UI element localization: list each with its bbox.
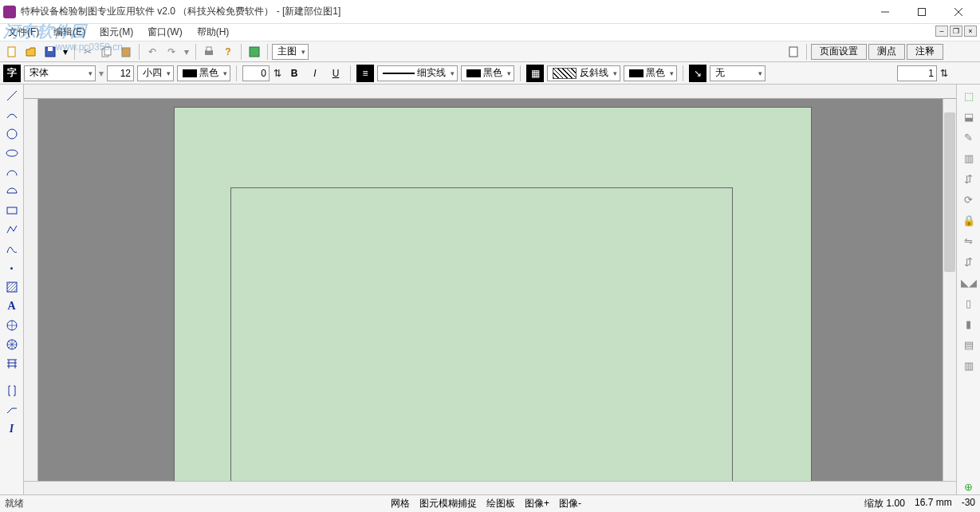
rotate-tool[interactable]: ⟳ — [960, 191, 978, 207]
minimize-button[interactable] — [867, 0, 903, 24]
app-icon — [3, 6, 16, 18]
right-toolbox: ⬚ ⬓ ✎ ▥ ⇵ ⟳ 🔒 ⇋ ⇵ ◣◢ ▯ ▮ ▤ ▥ ⊕ — [956, 85, 980, 494]
svg-rect-5 — [104, 47, 111, 55]
flip-h-tool[interactable]: ⇋ — [960, 233, 978, 249]
svg-rect-10 — [789, 47, 797, 57]
menu-edit[interactable]: 编辑(E) — [50, 24, 89, 41]
point-tool[interactable] — [3, 260, 21, 276]
redo-button[interactable]: ↷ — [163, 43, 180, 61]
menubar: 文件(F) 编辑(E) 图元(M) 窗口(W) 帮助(H) – ❐ × — [0, 24, 980, 41]
view-select[interactable]: 主图 — [272, 44, 309, 60]
leader-tool[interactable] — [3, 402, 21, 418]
paste-button[interactable] — [117, 43, 135, 61]
open-button[interactable] — [22, 43, 40, 61]
pattern-select[interactable]: 反斜线 — [547, 65, 620, 81]
ellipse-tool[interactable] — [3, 145, 21, 161]
copy-button[interactable] — [98, 43, 116, 61]
status-image-plus[interactable]: 图像+ — [525, 497, 549, 510]
semicircle-tool[interactable] — [3, 183, 21, 199]
pattern-color-select[interactable]: 黑色 — [624, 65, 677, 81]
dimension-tool[interactable] — [3, 317, 21, 333]
format-toolbar: 字 宋体 ▾ 小四 黑色 ⇅ B I U ≡ 细实线 黑色 ▦ 反斜线 黑色 ↘… — [0, 62, 980, 85]
status-snap[interactable]: 图元模糊捕捉 — [419, 497, 477, 510]
table-tool[interactable] — [3, 356, 21, 372]
line-style-button[interactable]: ≡ — [356, 65, 374, 82]
layer-up-tool[interactable]: ▤ — [960, 337, 978, 352]
flip-v-tool[interactable]: ⇵ — [960, 254, 978, 270]
font-size-label-select[interactable]: 小四 — [137, 65, 174, 81]
print-button[interactable] — [200, 43, 218, 61]
annotate-button[interactable]: 注释 — [907, 44, 943, 60]
help-button[interactable]: ? — [219, 43, 237, 61]
text-tool[interactable]: A — [3, 298, 21, 314]
line-style-select[interactable]: 细实线 — [377, 65, 458, 81]
circle-tool[interactable] — [3, 126, 21, 142]
cut-button[interactable]: ✂ — [79, 43, 96, 61]
lock-tool[interactable]: 🔒 — [960, 212, 978, 228]
status-board[interactable]: 绘图板 — [486, 497, 515, 510]
page-num-input[interactable] — [897, 65, 937, 81]
page — [174, 107, 812, 481]
arc-tool[interactable] — [3, 164, 21, 180]
font-name-select[interactable]: 宋体 — [24, 65, 96, 81]
distribute-tool[interactable]: ⇵ — [960, 171, 978, 187]
bezier-tool[interactable] — [3, 241, 21, 257]
layer-down-tool[interactable]: ▥ — [960, 357, 978, 373]
svg-rect-1 — [8, 47, 15, 57]
save-button[interactable] — [41, 43, 59, 61]
bracket-tool[interactable] — [3, 383, 21, 399]
ruler-horizontal — [24, 85, 956, 99]
ungroup-tool[interactable]: ⬓ — [960, 108, 978, 124]
scrollbar-vertical[interactable] — [943, 99, 956, 481]
page-setup-button[interactable]: 页面设置 — [811, 44, 867, 60]
mdi-close[interactable]: × — [964, 26, 977, 37]
menu-help[interactable]: 帮助(H) — [194, 24, 233, 41]
scrollbar-horizontal[interactable] — [24, 481, 956, 494]
hatch-tool[interactable] — [3, 279, 21, 295]
arrow-select[interactable]: 无 — [710, 65, 766, 81]
stroke-width-input[interactable] — [242, 65, 270, 81]
status-image-minus[interactable]: 图像- — [559, 497, 581, 510]
status-grid[interactable]: 网格 — [391, 497, 410, 510]
fill-button[interactable]: ▦ — [526, 65, 544, 82]
rectangle-tool[interactable] — [3, 203, 21, 219]
measure-point-button[interactable]: 测点 — [868, 44, 905, 60]
status-zoom: 缩放 1.00 — [864, 497, 905, 510]
font-size-input[interactable] — [107, 65, 134, 81]
polyline-tool[interactable] — [3, 222, 21, 238]
bold-button[interactable]: B — [285, 65, 303, 82]
italic-button[interactable]: I — [306, 65, 324, 82]
workarea: A I ⬚ ⬓ ✎ ▥ ⇵ ⟳ 🔒 ⇋ ⇵ ◣◢ ▯ — [0, 85, 980, 494]
close-button[interactable] — [940, 0, 977, 24]
mdi-minimize[interactable]: – — [935, 26, 948, 37]
underline-button[interactable]: U — [327, 65, 344, 82]
undo-button[interactable]: ↶ — [144, 43, 161, 61]
save-dropdown[interactable]: ▾ — [61, 43, 70, 61]
line-tool[interactable] — [3, 88, 21, 104]
preview-button[interactable] — [246, 43, 263, 61]
front-tool[interactable]: ▯ — [960, 295, 978, 311]
menu-file[interactable]: 文件(F) — [5, 24, 42, 41]
new-button[interactable] — [3, 43, 21, 61]
menu-element[interactable]: 图元(M) — [96, 24, 136, 41]
snap-toggle[interactable]: ⊕ — [960, 479, 978, 494]
maximize-button[interactable] — [903, 0, 940, 24]
mirror-tool[interactable]: ◣◢ — [960, 274, 978, 290]
radial-tool[interactable] — [3, 337, 21, 352]
back-tool[interactable]: ▮ — [960, 316, 978, 332]
doc-info-button[interactable] — [785, 43, 802, 61]
edit-tool[interactable]: ✎ — [960, 129, 978, 145]
drawing-canvas[interactable] — [38, 99, 943, 481]
font-dialog-button[interactable]: 字 — [3, 65, 21, 82]
curve-tool[interactable] — [3, 107, 21, 123]
menu-window[interactable]: 窗口(W) — [144, 24, 185, 41]
status-bar: 就绪 网格 图元模糊捕捉 绘图板 图像+ 图像- 缩放 1.00 16.7 mm… — [0, 494, 980, 512]
italic-text-tool[interactable]: I — [3, 421, 21, 437]
group-tool[interactable]: ⬚ — [960, 88, 978, 104]
line-color-select[interactable]: 黑色 — [461, 65, 514, 81]
mdi-restore[interactable]: ❐ — [950, 26, 962, 37]
undo-dropdown[interactable]: ▾ — [182, 43, 191, 61]
align-tool[interactable]: ▥ — [960, 150, 978, 166]
arrow-button[interactable]: ↘ — [689, 65, 706, 82]
text-color-select[interactable]: 黑色 — [177, 65, 230, 81]
